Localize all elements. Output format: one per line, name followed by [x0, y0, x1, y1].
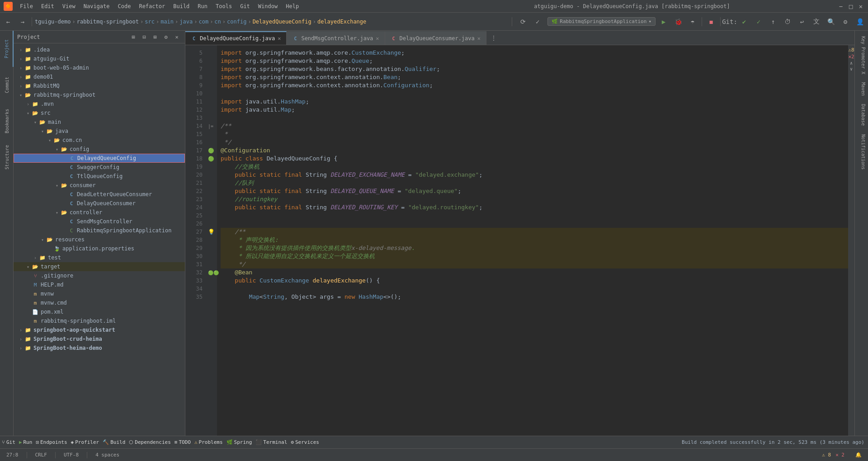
tree-item-com-cn[interactable]: ▾ 📂 com.cn	[14, 136, 185, 145]
tab-close-2[interactable]: ✕	[376, 35, 379, 42]
right-tab-database[interactable]: Database	[856, 100, 868, 129]
side-tab-project[interactable]: Project	[0, 31, 14, 67]
run-button[interactable]: ▶	[657, 15, 670, 28]
tree-item-help-md[interactable]: M HELP.md	[14, 280, 185, 289]
menu-view[interactable]: View	[59, 2, 79, 10]
bottom-tab-endpoints[interactable]: ⊡ Endpoints	[34, 439, 69, 446]
bottom-tab-build[interactable]: 🔨 Build	[101, 439, 127, 446]
menu-tools[interactable]: Tools	[212, 2, 236, 10]
tree-item-java[interactable]: ▾ 📂 java	[14, 127, 185, 136]
tree-item-dead-letter[interactable]: C DeadLetterQueueConsumer	[14, 190, 185, 199]
breadcrumb-main[interactable]: main	[160, 19, 174, 25]
debug-button[interactable]: 🐞	[672, 15, 684, 28]
status-position[interactable]: 27:8	[4, 451, 21, 459]
menu-git[interactable]: Git	[236, 2, 254, 10]
side-tab-commit[interactable]: Commit	[0, 67, 14, 103]
fold-icon[interactable]: ∧	[850, 61, 853, 66]
tree-item-src[interactable]: ▾ 📂 src	[14, 108, 185, 118]
breadcrumb-method[interactable]: delayedExchange	[317, 19, 366, 25]
bottom-tab-profiler[interactable]: ◈ Profiler	[69, 439, 101, 446]
tree-item-mvn[interactable]: › 📁 .mvn	[14, 99, 185, 108]
tab-close-1[interactable]: ✕	[278, 35, 281, 42]
tree-item-main[interactable]: ▾ 📂 main	[14, 118, 185, 127]
tree-item-springboot-aop[interactable]: › 📁 springboot-aop-quickstart	[14, 325, 185, 334]
tree-item-atguigu-git[interactable]: › 📁 atguigu-Git	[14, 54, 185, 63]
close-button[interactable]: ✕	[857, 3, 864, 10]
tree-item-iml[interactable]: m rabbitmq-springboot.iml	[14, 316, 185, 325]
toolbar-check-button[interactable]: ✓	[531, 15, 544, 28]
tree-item-springboot-heima[interactable]: › 📁 SpringBoot-heima-demo	[14, 343, 185, 353]
search-button[interactable]: 🔍	[825, 15, 837, 28]
menu-file[interactable]: File	[16, 2, 37, 10]
tree-item-delayed-queue-config[interactable]: C DelayedQueueConfig	[14, 154, 185, 163]
tree-item-target[interactable]: ▾ 📂 target	[14, 262, 185, 271]
breadcrumb-project[interactable]: tguigu-demo	[35, 19, 71, 25]
tree-item-controller[interactable]: ▾ 📂 controller	[14, 208, 185, 217]
tree-item-consumer[interactable]: ▾ 📂 consumer	[14, 181, 185, 190]
tab-delay-queue-consumer[interactable]: C DelayQueueConsumer.java ✕	[385, 31, 486, 45]
back-button[interactable]: ←	[2, 15, 14, 28]
breadcrumb-java[interactable]: java	[179, 19, 193, 25]
git-button[interactable]: Git:	[723, 15, 736, 28]
tab-delayed-queue-config[interactable]: C DelayedQueueConfig.java ✕	[185, 31, 287, 45]
tree-item-gitignore[interactable]: ⑂ .gitignore	[14, 271, 185, 280]
user-button[interactable]: 👤	[854, 15, 866, 28]
gutter-18[interactable]: 🟢	[208, 155, 217, 163]
run-config-selector[interactable]: 🌿 RabbitmqSpringbootApplication ▾	[547, 17, 656, 26]
tab-close-3[interactable]: ✕	[477, 35, 481, 42]
coverage-button[interactable]: ☂	[686, 15, 699, 28]
bottom-tab-dependencies[interactable]: ⬡ Dependencies	[127, 439, 172, 446]
git-update-button[interactable]: ✔	[738, 15, 750, 28]
sidebar-collapse-icon[interactable]: ⊟	[140, 33, 149, 42]
git-push-button[interactable]: ✓	[752, 15, 765, 28]
tree-item-send-msg-controller[interactable]: C SendMsgController	[14, 217, 185, 226]
tree-item-rabbitmq[interactable]: › 📁 RabbitMQ	[14, 81, 185, 90]
tree-item-pom-xml[interactable]: 📄 pom.xml	[14, 307, 185, 316]
menu-refactor[interactable]: Refactor	[135, 2, 169, 10]
breadcrumb-src[interactable]: src	[145, 19, 155, 25]
tree-item-mvnw[interactable]: m mvnw	[14, 289, 185, 298]
menu-code[interactable]: Code	[114, 2, 135, 10]
tree-item-ttl-queue-config[interactable]: C TtlQueueConfig	[14, 172, 185, 181]
tree-item-resources[interactable]: ▾ 📂 resources	[14, 235, 185, 244]
tree-item-demo01[interactable]: › 📁 demo01	[14, 72, 185, 81]
breadcrumb-config[interactable]: config	[227, 19, 246, 25]
gutter-32[interactable]: 🟢🟢	[208, 268, 217, 277]
unfold-icon[interactable]: ∨	[850, 66, 853, 71]
right-tab-key-promoter[interactable]: Key Promoter X	[856, 33, 868, 78]
status-indent[interactable]: 4 spaces	[93, 451, 122, 459]
settings-button[interactable]: ⚙	[839, 15, 852, 28]
breadcrumb-com[interactable]: com	[198, 19, 208, 25]
bottom-tab-terminal[interactable]: ⬛ Terminal	[254, 439, 289, 446]
menu-build[interactable]: Build	[170, 2, 193, 10]
gutter-27[interactable]: 💡	[208, 228, 217, 236]
translate-button[interactable]: 文	[810, 15, 823, 28]
stop-button[interactable]: ◼	[705, 15, 717, 28]
sidebar-layout-icon[interactable]: ⊞	[129, 33, 138, 42]
tree-item-config[interactable]: ▾ 📂 config	[14, 145, 185, 154]
git-rollback-button[interactable]: ↩	[796, 15, 808, 28]
tree-item-springboot-app[interactable]: C RabbitmqSpringbootApplication	[14, 226, 185, 235]
menu-navigate[interactable]: Navigate	[80, 2, 113, 10]
tree-item-idea[interactable]: › 📁 .idea	[14, 45, 185, 54]
menu-window[interactable]: Window	[255, 2, 281, 10]
git-fetch-button[interactable]: ↑	[767, 15, 779, 28]
tree-item-test[interactable]: › 📁 test	[14, 253, 185, 262]
bottom-tab-spring[interactable]: 🌿 Spring	[225, 439, 254, 446]
tree-item-delay-queue-consumer[interactable]: C DelayQueueConsumer	[14, 199, 185, 208]
toolbar-sync-button[interactable]: ⟳	[517, 15, 529, 28]
sidebar-settings-icon[interactable]: ⚙	[161, 33, 170, 42]
menu-edit[interactable]: Edit	[38, 2, 58, 10]
bottom-tab-services[interactable]: ⚙ Services	[289, 439, 321, 446]
tree-item-mvnw-cmd[interactable]: m mvnw.cmd	[14, 298, 185, 307]
code-editor[interactable]: 5 6 7 8 9 10 11 12 13 14 15 16 17 18 19 …	[185, 45, 854, 436]
breadcrumb-module[interactable]: rabbitmq-springboot	[77, 19, 139, 25]
status-warnings-errors[interactable]: ⚠ 8 ✕ 2	[819, 451, 847, 459]
breadcrumb-file[interactable]: DelayedQueueConfig	[253, 19, 311, 25]
minimize-button[interactable]: −	[837, 3, 844, 10]
tab-more-button[interactable]: ⋮	[486, 31, 501, 45]
right-tab-maven[interactable]: Maven	[856, 79, 868, 99]
status-line-ending[interactable]: CRLF	[33, 451, 50, 459]
git-history-button[interactable]: ⏱	[781, 15, 794, 28]
menu-help[interactable]: Help	[282, 2, 302, 10]
